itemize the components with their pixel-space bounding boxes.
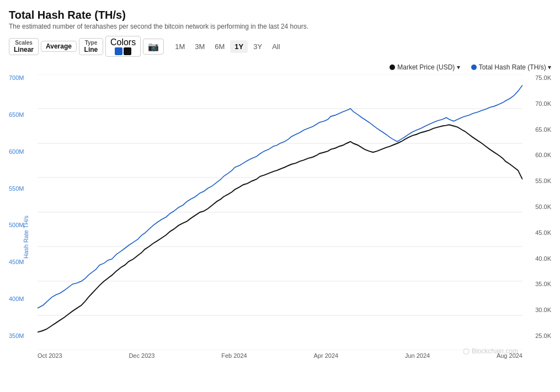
time-btn-3m[interactable]: 3M (190, 40, 209, 53)
color-swatch-blue (115, 47, 122, 55)
y-left-title: Hash Rate TH/s (23, 216, 29, 259)
colors-label: Colors (110, 37, 136, 47)
color-swatch-black (124, 47, 131, 55)
type-label: Type (85, 40, 98, 46)
chart-container: Market Price (USD) ▾ Total Hash Rate (TH… (9, 63, 551, 372)
scales-control[interactable]: Scales Linear (9, 38, 39, 55)
time-btn-1y[interactable]: 1Y (230, 40, 248, 53)
type-control[interactable]: Type Line (79, 38, 103, 55)
colors-control[interactable]: Colors (105, 36, 141, 57)
time-btn-all[interactable]: All (268, 40, 284, 53)
average-control[interactable]: Average (41, 41, 77, 52)
time-btn-3y[interactable]: 3Y (249, 40, 266, 53)
color-swatches (115, 47, 131, 55)
watermark: ⬡ Blockchain.com (463, 347, 518, 356)
page-title: Total Hash Rate (TH/s) (9, 9, 551, 22)
page-subtitle: The estimated number of terahashes per s… (9, 23, 551, 30)
scales-label: Scales (15, 40, 33, 46)
legend-dot-black (390, 65, 395, 70)
toolbar: Scales Linear Average Type Line Colors 📷… (9, 36, 551, 57)
scales-value: Linear (14, 46, 34, 53)
chart-svg (38, 74, 522, 350)
chart-area: Hash Rate TH/s 700M 650M 600M 550M 500M … (9, 74, 551, 350)
legend-hash-rate-label: Total Hash Rate (TH/s) ▾ (479, 63, 551, 71)
legend-market-price-label: Market Price (USD) ▾ (397, 63, 460, 71)
camera-button[interactable]: 📷 (143, 39, 164, 55)
type-value: Line (84, 46, 98, 53)
time-btn-1m[interactable]: 1M (170, 40, 189, 53)
legend-hash-rate: Total Hash Rate (TH/s) ▾ (471, 63, 551, 71)
average-label: Average (46, 42, 72, 50)
time-range-buttons: 1M 3M 6M 1Y 3Y All (170, 40, 284, 53)
legend-dot-blue (471, 65, 477, 70)
y-axis-left: Hash Rate TH/s 700M 650M 600M 550M 500M … (9, 74, 38, 350)
legend-market-price: Market Price (USD) ▾ (390, 63, 460, 71)
time-btn-6m[interactable]: 6M (210, 40, 229, 53)
y-axis-right: 75.0K 70.0K 65.0K 60.0K 55.0K 50.0K 45.0… (522, 74, 551, 350)
chart-legend: Market Price (USD) ▾ Total Hash Rate (TH… (9, 63, 551, 71)
